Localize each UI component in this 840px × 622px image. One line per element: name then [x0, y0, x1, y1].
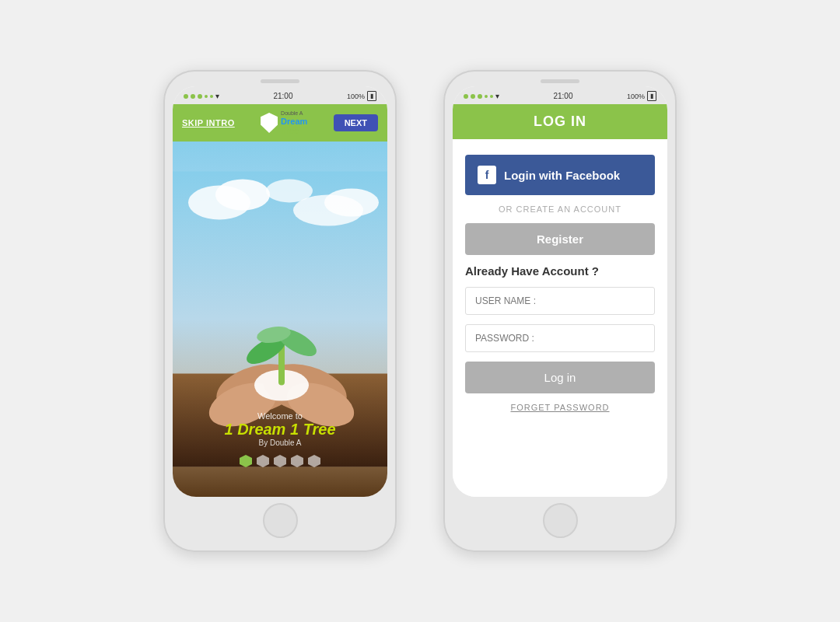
wifi-icon: ▾: [215, 92, 219, 100]
hex-dot-4: [291, 455, 303, 467]
scene: ▾ 21:00 100% ▮ SKIP INTRO Double A Drea: [163, 70, 677, 552]
phone2-content: LOG IN f Login with Facebook OR CREATE A…: [453, 104, 667, 497]
phone1-status-bar: ▾ 21:00 100% ▮: [173, 86, 387, 104]
phone2-home-button[interactable]: [543, 503, 578, 538]
dot5: [210, 95, 213, 98]
login-body: f Login with Facebook OR CREATE AN ACCOU…: [453, 139, 667, 497]
hex-dot-2: [257, 455, 269, 467]
dot1: [184, 94, 188, 99]
phone2-shell: ▾ 21:00 100% ▮ LOG IN f Login with Faceb…: [443, 70, 677, 552]
logo-text: Double A Dream Tree: [281, 110, 307, 135]
svg-point-4: [324, 189, 379, 217]
p2-battery-icon: ▮: [647, 91, 656, 101]
phone1-signal-dots: ▾: [184, 92, 219, 100]
next-button[interactable]: NEXT: [334, 114, 378, 131]
phone1-image: Welcome to 1 Dream 1 Tree By Double A: [173, 142, 387, 497]
welcome-text: Welcome to: [224, 411, 335, 421]
subtitle-text: By Double A: [224, 439, 335, 447]
p2-dot3: [478, 94, 482, 99]
facebook-login-button[interactable]: f Login with Facebook: [465, 155, 655, 195]
phone2-battery: 100% ▮: [627, 91, 656, 101]
dot3: [198, 94, 202, 99]
p2-dot4: [485, 95, 488, 98]
already-have-account-text: Already Have Account ?: [465, 264, 655, 278]
facebook-icon: f: [478, 166, 496, 184]
svg-point-5: [266, 180, 313, 203]
title-text: 1 Dream 1 Tree: [224, 421, 335, 439]
forget-password-link[interactable]: FORGET PASSWORD: [465, 403, 655, 412]
hex-dot-1: [240, 455, 252, 467]
dot2: [191, 94, 195, 99]
phone1-content: SKIP INTRO Double A Dream Tree NEXT: [173, 104, 387, 497]
logo-shield-icon: [261, 113, 278, 133]
logo-dream: Dream: [281, 117, 307, 126]
p2-wifi-icon: ▾: [495, 92, 499, 100]
facebook-label: Login with Facebook: [504, 169, 620, 182]
or-create-account-text: OR CREATE AN ACCOUNT: [465, 204, 655, 214]
register-button[interactable]: Register: [465, 223, 655, 255]
pagination-dots: [224, 455, 335, 467]
p2-dot1: [464, 94, 468, 99]
username-input[interactable]: [465, 287, 655, 315]
login-button[interactable]: Log in: [465, 362, 655, 393]
phone2-speaker: [541, 79, 579, 83]
svg-point-2: [215, 180, 270, 211]
logo-tree: Tree: [281, 126, 307, 135]
phone2-signal-dots: ▾: [464, 92, 499, 100]
login-header: LOG IN: [453, 104, 667, 139]
hex-dot-3: [274, 455, 286, 467]
phone1-time: 21:00: [273, 92, 292, 100]
battery-icon: ▮: [367, 91, 376, 101]
phone1-speaker: [261, 79, 299, 83]
phone2-time: 21:00: [553, 92, 572, 100]
hex-dot-5: [308, 455, 320, 467]
phone1-shell: ▾ 21:00 100% ▮ SKIP INTRO Double A Drea: [163, 70, 397, 552]
logo: Double A Dream Tree: [261, 110, 307, 135]
p2-dot5: [490, 95, 493, 98]
login-title: LOG IN: [534, 114, 586, 129]
phone1-header: SKIP INTRO Double A Dream Tree NEXT: [173, 104, 387, 142]
phone1-home-button[interactable]: [263, 503, 298, 538]
logo-double-a: Double A: [281, 110, 307, 117]
phone1-inner: ▾ 21:00 100% ▮ SKIP INTRO Double A Drea: [173, 86, 387, 497]
phone2-status-bar: ▾ 21:00 100% ▮: [453, 86, 667, 104]
intro-text-area: Welcome to 1 Dream 1 Tree By Double A: [218, 405, 341, 473]
phone2-inner: ▾ 21:00 100% ▮ LOG IN f Login with Faceb…: [453, 86, 667, 497]
p2-dot2: [471, 94, 475, 99]
password-input[interactable]: [465, 324, 655, 352]
phone1-battery: 100% ▮: [347, 91, 376, 101]
dot4: [205, 95, 208, 98]
skip-intro-button[interactable]: SKIP INTRO: [182, 118, 235, 128]
